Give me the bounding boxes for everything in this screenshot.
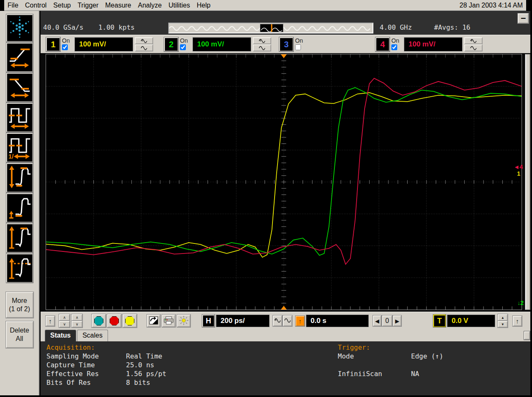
tab-scales[interactable]: Scales <box>77 330 108 341</box>
measure-v-base-button[interactable] <box>6 193 33 223</box>
trigger-slope-button[interactable]: ↑ <box>296 316 305 326</box>
spin-down-button-2[interactable]: ∨ <box>72 321 82 328</box>
measure-fall-time-button[interactable] <box>6 73 33 102</box>
print-button[interactable] <box>162 315 175 327</box>
status-label: Mode <box>338 352 411 361</box>
more-measurements-button[interactable]: More (1 of 2) <box>6 292 33 318</box>
vertical-scrollbar[interactable] <box>525 54 531 310</box>
spin-up-button-2[interactable]: ∧ <box>72 314 82 321</box>
slope-up-button[interactable]: ↑ <box>46 316 55 326</box>
channel-2-button[interactable]: 2 <box>164 37 178 51</box>
channel-2-on-checkbox[interactable] <box>180 44 186 50</box>
menu-item-help[interactable]: Help <box>193 2 214 9</box>
ac-coupling-button[interactable] <box>253 37 271 44</box>
channel-4-group: 4 On 100 mV/ <box>375 37 483 51</box>
trigger-setup-button[interactable]: T <box>433 315 446 327</box>
menu-item-analyze[interactable]: Analyze <box>135 2 165 9</box>
clear-display-button[interactable] <box>147 315 160 327</box>
menu-item-utilities[interactable]: Utilities <box>165 2 193 9</box>
channel-3-on-checkbox[interactable] <box>295 44 301 50</box>
horizontal-setup-button[interactable]: H <box>202 315 215 327</box>
graticule <box>46 54 522 310</box>
spin-up-button[interactable]: ∧ <box>59 314 70 321</box>
marker-c-button[interactable] <box>123 314 137 328</box>
trigger-level-field[interactable]: 0.0 V <box>447 315 495 327</box>
frequency-icon: 1/ <box>8 135 31 161</box>
position-right-button[interactable]: ▶ <box>393 315 401 326</box>
level-marker-4[interactable]: ◄4 <box>514 164 523 169</box>
trigger-slope-indicator-button[interactable]: ↑ <box>513 316 522 326</box>
menu-item-setup[interactable]: Setup <box>50 2 74 9</box>
channel-1-on-checkbox[interactable] <box>62 44 68 50</box>
menu-item-file[interactable]: File <box>4 2 22 9</box>
horizontal-position-field[interactable]: 0.0 s <box>306 315 369 327</box>
measure-pulse-width-button[interactable] <box>6 103 33 132</box>
delete-all-button[interactable]: Delete All <box>6 321 33 348</box>
memory-depth: 1.00 kpts <box>98 23 135 31</box>
v-base-icon <box>8 195 31 221</box>
dc-coupling-button[interactable] <box>253 44 271 51</box>
channel-1-button[interactable]: 1 <box>46 37 60 51</box>
ac-coupling-button[interactable] <box>464 37 483 44</box>
channel-1-scale-field[interactable]: 100 mV/ <box>75 37 133 51</box>
position-zero-button[interactable]: 0 <box>382 315 392 326</box>
timebase-scale-field[interactable]: 200 ps/ <box>216 315 270 327</box>
status-label: Capture Time <box>46 361 126 369</box>
tab-scrollbar[interactable] <box>524 331 530 340</box>
trigger-time-marker-bottom[interactable] <box>281 306 287 310</box>
status-row: InfiniiScanNA <box>338 369 443 378</box>
sine-marked-icon <box>274 318 281 325</box>
measure-amplitude-button[interactable] <box>6 163 33 192</box>
spin-down-button[interactable]: ∨ <box>59 321 70 328</box>
menu-item-measure[interactable]: Measure <box>102 2 134 9</box>
channel-4-scale-field[interactable]: 100 mV/ <box>404 37 463 51</box>
measure-v-average-button[interactable] <box>6 254 33 283</box>
channel-1-group: 1 On 100 mV/ <box>46 37 153 51</box>
menu-item-trigger[interactable]: Trigger <box>74 2 102 9</box>
channel-4-button[interactable]: 4 <box>375 37 390 51</box>
trigger-status-column: Trigger: ModeEdge (↑)InfiniiScanNA <box>338 343 443 378</box>
display-brightness-button[interactable] <box>177 315 190 327</box>
measure-v-top-button[interactable] <box>6 223 33 253</box>
level-marker-2[interactable]: ↓2 <box>517 300 524 305</box>
main-wave-button[interactable] <box>283 315 292 326</box>
minimize-button[interactable]: − <box>518 13 529 23</box>
level-marker-1[interactable]: 1 <box>517 171 520 176</box>
zoom-wave-button[interactable] <box>273 315 282 326</box>
agilent-logo-button[interactable] <box>6 14 33 42</box>
status-row: Sampling ModeReal Time <box>46 352 532 361</box>
trigger-level-spinner: ▲ ▼ <box>498 314 508 328</box>
channel-4-coupling <box>464 37 483 51</box>
pulse-width-icon <box>8 105 31 131</box>
menu-item-control[interactable]: Control <box>22 2 50 9</box>
channel-3-button[interactable]: 3 <box>279 37 293 51</box>
acquisition-title: Acquisition: <box>46 343 532 352</box>
dc-coupling-button[interactable] <box>464 44 483 51</box>
status-label: Sampling Mode <box>46 352 126 361</box>
trigger-time-marker-top[interactable] <box>281 54 287 58</box>
position-left-button[interactable]: ◀ <box>373 315 381 326</box>
marker-a-button[interactable] <box>92 314 106 328</box>
frequency-prefix-label: 1/ <box>8 153 14 159</box>
channel-2-scale-field[interactable]: 100 mV/ <box>193 37 251 51</box>
v-average-icon <box>8 255 31 281</box>
dc-coupling-button[interactable] <box>135 44 153 51</box>
scope-content: 40.0 GSa/s 1.00 kpts 4.00 GHz #Avgs: 16 … <box>41 11 532 397</box>
status-value: Edge (↑) <box>411 352 443 361</box>
channel-1-coupling <box>135 37 153 51</box>
horizontal-scroll-thumb[interactable] <box>260 24 283 32</box>
status-row: Bits Of Res8 bits <box>46 378 532 387</box>
yellow-octagon-icon <box>125 316 134 325</box>
level-up-button[interactable]: ▲ <box>498 314 508 321</box>
tab-status[interactable]: Status <box>45 330 76 341</box>
ac-coupling-button[interactable] <box>135 37 153 44</box>
horizontal-scrollbar[interactable] <box>168 23 373 33</box>
on-label: On <box>295 37 303 44</box>
channel-4-on-checkbox[interactable] <box>391 44 397 50</box>
level-down-button[interactable]: ▼ <box>498 321 508 328</box>
measure-frequency-button[interactable]: 1/ <box>6 133 33 162</box>
marker-b-button[interactable] <box>107 314 121 328</box>
measure-rise-time-button[interactable] <box>6 43 33 72</box>
status-row: ModeEdge (↑) <box>338 352 443 361</box>
fall-time-icon <box>8 74 31 100</box>
